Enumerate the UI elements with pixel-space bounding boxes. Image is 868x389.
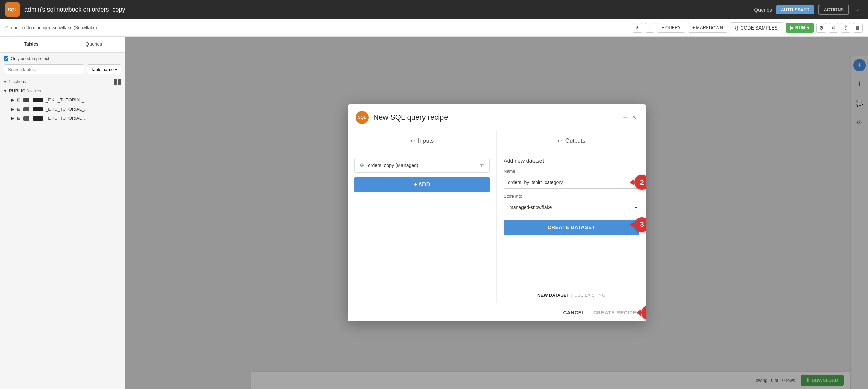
snowflake-icon: ❄	[359, 162, 364, 169]
annotation-badge-4: 4	[641, 305, 646, 320]
delete-icon-btn[interactable]: 🗑	[853, 23, 863, 33]
inputs-panel-content: ❄ orders_copy (Managed) 🗑 + ADD	[348, 151, 496, 303]
only-used-checkbox[interactable]	[4, 56, 8, 61]
queries-link[interactable]: Queries	[754, 7, 772, 13]
run-label: RUN	[795, 25, 805, 30]
search-bar: Table name ▾	[0, 64, 125, 77]
inputs-panel-header: ↩ Inputs	[348, 131, 496, 151]
sidebar-tabs: Tables Queries	[0, 37, 125, 53]
notebook-title: admin's sql notebook on orders_copy	[24, 6, 754, 13]
public-schema-label[interactable]: ▾ PUBLIC 3 tables	[0, 86, 125, 95]
inputs-panel: ↩ Inputs ❄ orders_copy (Managed) 🗑 + ADD	[348, 131, 497, 303]
copy-icon-btn[interactable]: ⧉	[829, 23, 838, 33]
search-input[interactable]	[4, 64, 84, 74]
modal-footer: CANCEL CREATE RECIPE 4	[348, 303, 646, 321]
table-name-dropdown[interactable]: Table name ▾	[87, 64, 121, 74]
color-block-1	[23, 98, 29, 102]
create-dataset-wrapper: CREATE DATASET 3	[504, 214, 639, 235]
tab-queries[interactable]: Queries	[63, 37, 125, 52]
create-recipe-wrapper: CREATE RECIPE 4	[593, 310, 636, 315]
tab-tables[interactable]: Tables	[0, 37, 63, 52]
connection-info: Connected to managed-snowflake (Snowflak…	[5, 25, 630, 30]
name-input[interactable]	[504, 176, 639, 189]
name-field-wrapper: 2	[504, 176, 639, 189]
modal: SQL New SQL query recipe − × ↩ Inputs	[348, 104, 646, 321]
code-samples-button[interactable]: {} CODE SAMPLES	[730, 22, 783, 33]
chevron-down-icon: ▾	[807, 25, 809, 30]
outputs-panel: ↩ Outputs Add new dataset Name 2 Sto	[497, 131, 646, 303]
create-dataset-button[interactable]: CREATE DATASET	[504, 220, 639, 235]
sidebar-options: Only used in project	[0, 53, 125, 64]
toolbar-bar: Connected to managed-snowflake (Snowflak…	[0, 19, 868, 37]
table-name-1: _DKU_TUTORIAL_...	[46, 97, 88, 103]
query-button[interactable]: + QUERY	[657, 23, 685, 33]
table-icon-3: ⊞	[17, 116, 21, 121]
schema-name: PUBLIC	[9, 88, 25, 93]
gear-icon-btn[interactable]: ⚙	[816, 23, 826, 33]
table-icon-1: ⊞	[17, 97, 21, 103]
run-button[interactable]: ▶ RUN ▾	[786, 23, 814, 33]
chevron-schema: ▾	[4, 88, 6, 93]
minus-icon-btn[interactable]: −	[645, 23, 654, 33]
color-block-3b	[33, 116, 43, 121]
outputs-content: Add new dataset Name 2 Store into manage…	[497, 151, 646, 287]
table-row-1[interactable]: ▶ ⊞ _DKU_TUTORIAL_...	[0, 95, 125, 105]
color-block-2b	[33, 107, 43, 111]
modal-logo: SQL	[356, 111, 369, 124]
inputs-icon: ↩	[410, 137, 415, 145]
new-dataset-tab[interactable]: NEW DATASET	[537, 293, 569, 298]
top-header: SQL admin's sql notebook on orders_copy …	[0, 0, 868, 19]
chevron-table-2: ▶	[11, 107, 14, 112]
outputs-icon: ↩	[557, 137, 563, 145]
table-count: 3 tables	[27, 89, 41, 93]
modal-overlay: SQL New SQL query recipe − × ↩ Inputs	[125, 37, 868, 389]
history-icon-btn[interactable]: ⏱	[841, 23, 850, 33]
outputs-label: Outputs	[565, 137, 586, 144]
left-sidebar: Tables Queries Only used in project Tabl…	[0, 37, 125, 389]
layers-icon: ≡	[4, 79, 7, 84]
add-button[interactable]: + ADD	[354, 177, 490, 192]
outputs-panel-header: ↩ Outputs	[497, 131, 646, 151]
modal-minimize-button[interactable]: −	[623, 113, 627, 122]
table-name-3: _DKU_TUTORIAL_...	[46, 116, 88, 121]
use-existing-tab[interactable]: USE EXISTING	[574, 293, 605, 298]
modal-body: ↩ Inputs ❄ orders_copy (Managed) 🗑 + ADD	[348, 131, 646, 303]
inputs-label: Inputs	[418, 137, 434, 144]
main-layout: Tables Queries Only used in project Tabl…	[0, 37, 868, 389]
chevron-table-1: ▶	[11, 97, 14, 103]
only-used-checkbox-label[interactable]: Only used in project	[4, 56, 50, 61]
create-recipe-button[interactable]: CREATE RECIPE	[593, 310, 636, 315]
content-area: owing 10 of 10 rows ⬇ DOWNLOAD SQL New S…	[125, 37, 868, 389]
code-samples-icon: {}	[735, 25, 738, 31]
color-block-1b	[33, 98, 43, 102]
cancel-button[interactable]: CANCEL	[563, 310, 585, 315]
input-item-delete-icon[interactable]: 🗑	[479, 162, 485, 168]
chevron-table-3: ▶	[11, 116, 14, 121]
actions-button[interactable]: ACTIONS	[818, 5, 849, 15]
input-item-label: orders_copy (Managed)	[368, 163, 479, 168]
header-right: Queries AUTO-SAVED ACTIONS ←	[754, 5, 863, 15]
table-name-2: _DKU_TUTORIAL_...	[46, 107, 88, 112]
name-field-label: Name	[504, 169, 639, 174]
color-block-3	[23, 116, 29, 121]
dataset-tabs: NEW DATASET | USE EXISTING	[497, 287, 646, 303]
schema-header-row: ≡ 1 schema █ █	[0, 77, 125, 86]
bold-icon-btn[interactable]: 𝐀	[633, 23, 642, 33]
back-arrow-icon[interactable]: ←	[856, 6, 863, 14]
input-item-orders-copy: ❄ orders_copy (Managed) 🗑	[354, 158, 490, 173]
logo-badge: SQL	[5, 2, 20, 17]
markdown-button[interactable]: + MARKDOWN	[688, 23, 727, 33]
table-row-2[interactable]: ▶ ⊞ _DKU_TUTORIAL_...	[0, 105, 125, 114]
table-icon-2: ⊞	[17, 107, 21, 112]
modal-close-button[interactable]: ×	[632, 113, 636, 122]
color-block-2	[23, 107, 29, 111]
add-new-dataset-title: Add new dataset	[504, 158, 639, 164]
store-into-label: Store into	[504, 193, 639, 199]
table-row-3[interactable]: ▶ ⊞ _DKU_TUTORIAL_...	[0, 114, 125, 123]
autosaved-badge[interactable]: AUTO-SAVED	[776, 5, 814, 14]
store-into-select[interactable]: managed-snowflake filesystem	[504, 201, 639, 214]
play-icon: ▶	[790, 25, 793, 30]
placeholder-box-1: █ █	[114, 79, 121, 84]
schema-count: 1 schema	[9, 79, 28, 84]
dataset-tab-separator: |	[571, 293, 572, 298]
